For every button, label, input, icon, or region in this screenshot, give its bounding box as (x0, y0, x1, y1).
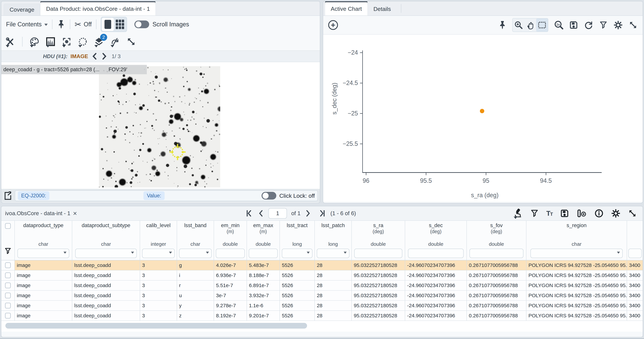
single-view-button[interactable] (102, 18, 114, 31)
column-filter-input[interactable] (317, 248, 350, 258)
layers-button[interactable]: 2 (94, 37, 104, 46)
column-header-lsst_patch[interactable]: lsst_patchlong (315, 221, 352, 260)
table-row[interactable]: imagelsst.deep_coadd3i6.936e-78.188e-755… (1, 270, 643, 280)
select-region-button[interactable] (78, 37, 88, 46)
color-button[interactable] (30, 37, 39, 46)
column-filter-input[interactable] (282, 248, 312, 258)
image-status-bar: EQ-J2000: Value: Click Lock: off (1, 189, 320, 202)
column-filter-input[interactable] (470, 248, 524, 258)
fits-image-viewer[interactable]: deep_coadd - g - tract=5526 patch=28 (..… (1, 62, 320, 189)
crop-button[interactable]: ✂ Off (74, 20, 92, 29)
column-filter-input[interactable] (408, 248, 464, 258)
cell-em_min: 6.936e-7 (214, 270, 247, 280)
scroll-images-toggle[interactable] (134, 20, 149, 28)
row-checkbox[interactable] (5, 272, 11, 278)
last-page-button[interactable] (318, 210, 326, 217)
column-filter-input[interactable] (179, 248, 212, 258)
prev-page-button[interactable] (257, 210, 264, 217)
table-settings-button[interactable] (611, 209, 620, 218)
page-number-input[interactable] (268, 208, 287, 218)
column-header-dataproduct_subtype[interactable]: dataproduct_subtypechar (72, 221, 140, 260)
next-page-button[interactable] (305, 210, 312, 217)
popout-button[interactable] (3, 191, 12, 200)
column-filter-input[interactable] (530, 248, 623, 258)
row-checkbox[interactable] (5, 262, 11, 268)
add-column-button[interactable] (576, 209, 587, 218)
click-lock-toggle[interactable] (262, 192, 276, 200)
coord-readout-label[interactable]: EQ-J2000: (18, 191, 50, 200)
chart-settings-button[interactable] (614, 20, 623, 30)
table-row[interactable]: imagelsst.deep_coadd3u3e-73.932e-7552628… (1, 290, 643, 301)
column-filter-input[interactable] (249, 248, 278, 258)
column-filter-input[interactable] (75, 248, 137, 258)
select-all-checkbox[interactable] (5, 223, 11, 229)
hdu-page-indicator: 1/ 3 (112, 53, 120, 60)
table-row[interactable]: imagelsst.deep_coadd3z8.192e-79.201e-755… (1, 311, 643, 321)
table-close-button[interactable]: × (73, 210, 77, 217)
pan-tool[interactable] (524, 18, 536, 32)
chart-filter-button[interactable] (599, 21, 608, 30)
table-info-button[interactable] (594, 209, 604, 218)
column-header-lsst_tract[interactable]: lsst_tractlong (280, 221, 315, 260)
table-filter-button[interactable] (530, 209, 539, 218)
row-checkbox[interactable] (5, 282, 11, 288)
column-header-em_min[interactable]: em_min(m)double (214, 221, 247, 260)
column-header-em_max[interactable]: em_max(m)double (247, 221, 280, 260)
center-image-button[interactable] (62, 37, 72, 46)
column-filter-input[interactable] (142, 248, 175, 258)
chart-restore-button[interactable] (584, 20, 593, 30)
data-point[interactable] (480, 109, 484, 113)
row-checkbox[interactable] (5, 303, 11, 308)
table-row[interactable]: imagelsst.deep_coadd3g4.026e-75.483e-755… (1, 260, 643, 270)
row-checkbox[interactable] (5, 313, 11, 318)
zoom-in-tool[interactable] (513, 18, 524, 32)
flip-rotate-button[interactable] (110, 37, 120, 46)
table-title: ivoa.ObsCore - data-int - 1 (5, 210, 70, 216)
column-header-s_dec[interactable]: s_dec(deg)double (405, 221, 467, 260)
table-save-button[interactable] (560, 209, 569, 218)
horizontal-scrollbar-thumb[interactable] (6, 323, 307, 328)
column-header-s_ra[interactable]: s_ra(deg)double (352, 221, 405, 260)
file-contents-dropdown[interactable]: File Contents (6, 21, 42, 28)
chart-save-button[interactable] (569, 20, 578, 30)
column-header-partial[interactable] (627, 221, 643, 260)
column-filter-input[interactable] (628, 248, 642, 258)
tab-details[interactable]: Details (368, 2, 396, 16)
tab-active-chart[interactable]: Active Chart (325, 1, 368, 16)
chart-pin-button[interactable] (498, 20, 506, 30)
image-expand-button[interactable] (126, 37, 136, 46)
column-header-dataproduct_type[interactable]: dataproduct_typechar (15, 221, 72, 260)
pin-button[interactable] (57, 20, 66, 29)
data-explore-button[interactable] (513, 209, 523, 218)
column-filter-input[interactable] (18, 248, 69, 258)
filter-row-icon[interactable] (4, 247, 12, 255)
text-view-button[interactable]: TT (546, 210, 552, 217)
grid-view-button[interactable] (114, 18, 126, 31)
zoom-original-button[interactable]: 1x (554, 20, 563, 30)
row-checkbox[interactable] (5, 293, 11, 298)
first-page-button[interactable] (245, 210, 253, 217)
table-row[interactable]: imagelsst.deep_coadd3y9.278e-71.1e-65526… (1, 301, 643, 311)
image-title: deep_coadd - g - tract=5526 patch=28 (..… (1, 66, 100, 72)
hdu-next-button[interactable] (101, 52, 108, 60)
tools-button[interactable] (6, 37, 15, 46)
table-row[interactable]: imagelsst.deep_coadd3r5.51e-76.891e-7552… (1, 280, 643, 290)
cell-s_region: POLYGON ICRS 94.927528 -25.054650 95. (526, 301, 627, 310)
column-header-s_region[interactable]: s_regionchar (526, 221, 627, 260)
x-tick (486, 173, 486, 175)
column-header-calib_level[interactable]: calib_levelinteger (140, 221, 177, 260)
tab-data-product[interactable]: Data Product: ivoa.ObsCore - data-int - … (40, 1, 156, 16)
column-filter-input[interactable] (216, 248, 244, 258)
chart-expand-button[interactable] (628, 20, 638, 30)
add-chart-button[interactable]: + (328, 20, 338, 30)
column-filter-input[interactable] (354, 248, 402, 258)
column-header-s_fov[interactable]: s_fov(deg)double (467, 221, 526, 260)
hdu-prev-button[interactable] (91, 52, 98, 60)
tab-coverage[interactable]: Coverage (4, 4, 40, 16)
select-tool[interactable] (536, 18, 548, 32)
stretch-button[interactable] (46, 37, 56, 46)
value-readout-label[interactable]: Value: (144, 191, 164, 200)
table-expand-button[interactable] (628, 209, 637, 218)
column-header-lsst_band[interactable]: lsst_bandchar (177, 221, 214, 260)
scatter-chart[interactable]: s_dec (deg) s_ra (deg) 9695.59594.5−24−2… (323, 34, 643, 202)
